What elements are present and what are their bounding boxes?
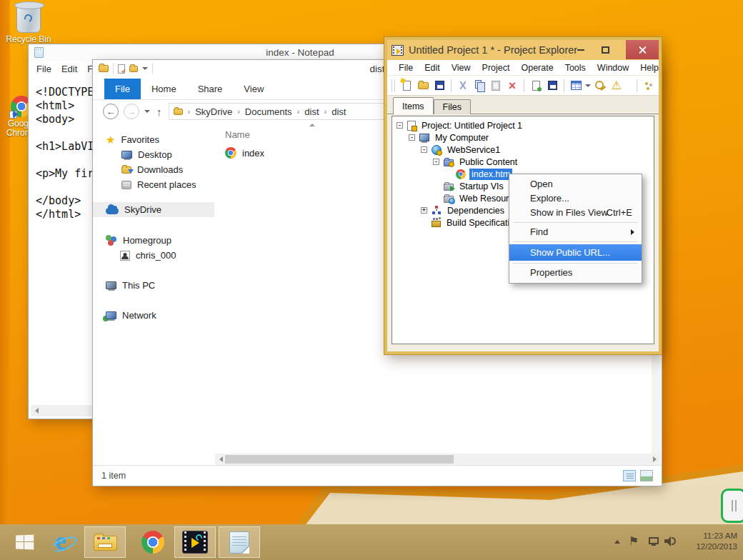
nav-homegroup[interactable]: Homegroup bbox=[93, 233, 214, 248]
tab-files[interactable]: Files bbox=[434, 99, 471, 114]
taskbar-internet-explorer[interactable]: e bbox=[47, 526, 79, 558]
menu-file[interactable]: File bbox=[393, 63, 419, 73]
up-button[interactable]: ↑ bbox=[156, 106, 162, 118]
menu-edit[interactable]: Edit bbox=[419, 63, 446, 73]
tree-item-label[interactable]: Public Content bbox=[457, 156, 519, 168]
tree-expander[interactable]: - bbox=[433, 159, 439, 165]
column-header-name[interactable]: Name bbox=[225, 129, 250, 140]
nav-skydrive[interactable]: SkyDrive bbox=[93, 202, 214, 217]
scroll-left-icon[interactable] bbox=[219, 456, 223, 462]
volume-tray-icon[interactable] bbox=[664, 536, 676, 546]
horizontal-scrollbar[interactable] bbox=[215, 454, 661, 465]
minimize-button[interactable] bbox=[572, 40, 590, 59]
tab-home[interactable]: Home bbox=[141, 79, 187, 99]
cut-icon[interactable] bbox=[456, 79, 470, 93]
nav-downloads[interactable]: Downloads bbox=[93, 162, 214, 177]
permissions-icon[interactable] bbox=[593, 79, 607, 93]
resolve-conflicts-icon[interactable] bbox=[529, 79, 543, 93]
clock[interactable]: 11:23 AM 12/20/2013 bbox=[684, 531, 737, 552]
start-button[interactable] bbox=[9, 526, 40, 558]
new-file-icon[interactable] bbox=[399, 79, 414, 93]
menu-operate[interactable]: Operate bbox=[515, 63, 559, 73]
back-button[interactable]: ← bbox=[103, 104, 119, 119]
menu-project[interactable]: Project bbox=[477, 63, 516, 73]
recent-locations-icon[interactable] bbox=[144, 110, 150, 113]
tree-item-label[interactable]: Project: Untitled Project 1 bbox=[419, 120, 524, 131]
nav-favorites[interactable]: ★ Favorites bbox=[93, 132, 214, 147]
menu-item-show-in-files-view[interactable]: Show in Files View Ctrl+E bbox=[509, 206, 642, 220]
tree-expander[interactable]: - bbox=[421, 146, 427, 153]
tab-view[interactable]: View bbox=[233, 79, 274, 99]
forward-button[interactable]: → bbox=[124, 104, 139, 119]
nav-homegroup-user[interactable]: chris_000 bbox=[93, 248, 214, 263]
tree-item-my-computer[interactable]: - My Computer bbox=[409, 131, 654, 144]
delete-icon[interactable]: × bbox=[505, 79, 519, 93]
tab-file[interactable]: File bbox=[104, 79, 141, 99]
network-tray-icon[interactable] bbox=[649, 537, 659, 544]
menu-window[interactable]: Window bbox=[592, 63, 634, 73]
menu-item-find[interactable]: Find bbox=[509, 225, 642, 239]
tree-expander[interactable]: - bbox=[409, 134, 415, 141]
project-view-grid-icon[interactable] bbox=[569, 79, 583, 93]
menu-item-explore[interactable]: Explore... bbox=[509, 191, 642, 206]
tree-item-webservice1[interactable]: - WebService1 bbox=[421, 144, 654, 156]
menu-item-show-public-url[interactable]: Show Public URL... bbox=[509, 244, 642, 261]
details-view-icon[interactable] bbox=[623, 470, 636, 481]
tree-expander[interactable]: + bbox=[421, 207, 427, 214]
tab-share[interactable]: Share bbox=[187, 79, 234, 99]
sort-ascending-icon[interactable] bbox=[309, 124, 315, 126]
menu-tools[interactable]: Tools bbox=[559, 63, 592, 73]
screen-edge-handle[interactable] bbox=[721, 489, 743, 523]
build-status-icon[interactable] bbox=[642, 79, 656, 93]
show-hidden-icons-button[interactable] bbox=[614, 540, 620, 544]
nav-label: Homegroup bbox=[123, 235, 171, 246]
save-icon[interactable] bbox=[432, 79, 447, 93]
paste-icon[interactable] bbox=[489, 79, 503, 93]
recycle-bin-desktop-icon[interactable]: Recycle Bin bbox=[6, 4, 51, 44]
menu-item-properties[interactable]: Properties bbox=[509, 266, 642, 280]
maximize-button[interactable] bbox=[596, 40, 614, 59]
nav-label: Downloads bbox=[137, 164, 183, 175]
tree-item-public-content[interactable]: - Public Content bbox=[433, 156, 654, 168]
warning-icon[interactable]: ⚠ bbox=[609, 79, 624, 93]
labview-titlebar[interactable]: Untitled Project 1 * - Project Explorer bbox=[387, 40, 659, 60]
crumb-skydrive[interactable]: SkyDrive bbox=[195, 106, 232, 117]
close-button[interactable] bbox=[626, 40, 659, 59]
save-target-icon[interactable] bbox=[545, 79, 559, 93]
tree-item-label[interactable]: Startup VIs bbox=[457, 181, 506, 192]
notepad-menu-file[interactable]: File bbox=[31, 64, 56, 74]
action-center-flag-icon[interactable]: ⚑ bbox=[629, 534, 639, 548]
thumbnail-view-icon[interactable] bbox=[640, 470, 653, 481]
tree-item-label-selected[interactable]: index.htm bbox=[469, 169, 512, 180]
copy-icon[interactable] bbox=[472, 79, 487, 93]
nav-recent-places[interactable]: Recent places bbox=[93, 177, 214, 192]
grid-dropdown-icon[interactable] bbox=[585, 84, 591, 87]
tab-items[interactable]: Items bbox=[393, 97, 434, 114]
taskbar-chrome[interactable] bbox=[136, 526, 170, 558]
crumb-documents[interactable]: Documents bbox=[245, 106, 292, 117]
crumb-dist[interactable]: dist bbox=[304, 106, 319, 117]
tree-item-label[interactable]: My Computer bbox=[433, 132, 491, 144]
taskbar-labview[interactable] bbox=[174, 526, 216, 558]
open-project-icon[interactable] bbox=[416, 79, 430, 93]
taskbar-file-explorer[interactable] bbox=[84, 526, 126, 558]
nav-desktop[interactable]: Desktop bbox=[93, 147, 214, 162]
notepad-menu-edit[interactable]: Edit bbox=[56, 64, 82, 74]
scrollbar-thumb[interactable] bbox=[225, 455, 454, 464]
taskbar-notepad[interactable] bbox=[219, 526, 260, 558]
minimize-icon bbox=[577, 49, 584, 51]
nav-this-pc[interactable]: This PC bbox=[93, 278, 214, 293]
breadcrumb[interactable]: › SkyDrive › Documents › dist › dist bbox=[169, 103, 406, 120]
crumb-dist-2[interactable]: dist bbox=[331, 106, 346, 117]
nav-network[interactable]: Network bbox=[93, 308, 214, 323]
menu-help[interactable]: Help bbox=[634, 63, 664, 73]
file-row-index[interactable]: index bbox=[225, 147, 264, 159]
tree-expander[interactable]: - bbox=[397, 122, 403, 129]
tree-item-label[interactable]: Dependencies bbox=[445, 205, 507, 216]
menu-view[interactable]: View bbox=[446, 63, 477, 73]
tree-item-project[interactable]: - Project: Untitled Project 1 bbox=[397, 119, 654, 131]
scroll-right-icon[interactable] bbox=[653, 456, 657, 462]
scroll-left-icon[interactable] bbox=[35, 408, 39, 414]
tree-item-label[interactable]: WebService1 bbox=[445, 144, 502, 156]
menu-item-open[interactable]: Open bbox=[509, 177, 642, 191]
